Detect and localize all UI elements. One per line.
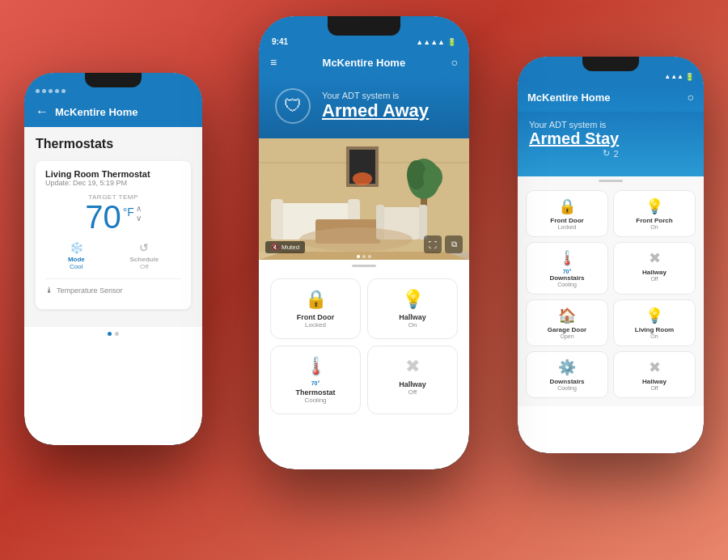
cam-dot-3 (368, 255, 371, 258)
device-tile-hallway-on[interactable]: 💡 Hallway On (367, 278, 458, 339)
right-status-front-porch: On (620, 224, 688, 230)
svg-point-10 (423, 165, 442, 189)
schedule-icon: ↺ (130, 241, 159, 254)
phone-right: ▲▲▲🔋 McKentire Home ○ Your ADT system is… (518, 57, 704, 453)
right-bulb-on-icon: 💡 (620, 197, 688, 215)
dot-1 (108, 332, 112, 336)
phone-left: ← McKentire Home Thermostats Living Room… (24, 73, 202, 445)
history-icon[interactable]: ○ (451, 56, 458, 69)
camera-controls[interactable]: ⛶ ⧉ (424, 235, 463, 253)
right-tile-garage[interactable]: 🏠 Garage Door Open (526, 299, 608, 346)
right-name-garage: Garage Door (533, 326, 601, 333)
section-title: Thermostats (36, 137, 191, 151)
right-header: McKentire Home ○ (518, 84, 704, 112)
tile-status-hallway-off: Off (376, 388, 449, 396)
left-content: Thermostats Living Room Thermostat Updat… (24, 127, 202, 327)
mode-label: Mode (68, 256, 85, 263)
right-status-hallway-off2: Off (620, 385, 688, 391)
tile-name-hallway-off: Hallway (376, 380, 449, 388)
muted-badge: 🔇 Muted (265, 241, 305, 253)
right-tile-downstairs-cool[interactable]: 🌡️ 70° Downstairs Cooling (526, 242, 608, 295)
right-tile-hallway-off2[interactable]: ✖ Hallway Off (613, 351, 696, 398)
right-name-downstairs2: Downstairs (533, 378, 601, 385)
bulb-on-icon: 💡 (376, 289, 449, 310)
right-status-front-door: Locked (533, 224, 601, 230)
right-status-living-room: On (620, 333, 688, 339)
right-name-hallway-off: Hallway (620, 269, 688, 276)
phone-center: 9:41 ▲▲▲▲ 🔋 ≡ McKentire Home ○ 🛡 Your AD… (259, 16, 469, 469)
right-status-hallway-off: Off (620, 276, 688, 282)
right-tile-front-porch[interactable]: 💡 Front Porch On (613, 190, 696, 237)
right-history-icon[interactable]: ○ (688, 91, 694, 104)
left-header-title: McKentire Home (55, 106, 138, 118)
schedule-label: Schedule (130, 256, 159, 263)
center-devices-grid: 🔒 Front Door Locked 💡 Hallway On 🌡️ 70° … (259, 272, 469, 424)
camera-view[interactable]: 🔇 Muted ⛶ ⧉ (259, 138, 469, 260)
right-name-living-room: Living Room (620, 326, 688, 333)
tile-name-front-door: Front Door (279, 313, 352, 321)
right-tile-hallway-off[interactable]: ✖ Hallway Off (613, 242, 696, 295)
notch-left (85, 73, 142, 87)
device-tile-thermostat[interactable]: 🌡️ 70° Thermostat Cooling (270, 346, 361, 414)
right-thermostat-icon: 🌡️ (533, 249, 601, 267)
mode-icon: ❄️ (68, 241, 85, 254)
svg-rect-4 (271, 199, 283, 240)
thermostat-card[interactable]: Living Room Thermostat Update: Dec 19, 5… (36, 161, 191, 309)
shield-check-icon: 🛡 (275, 88, 311, 124)
temp-unit: °F (123, 206, 134, 218)
right-name-front-door: Front Door (533, 217, 601, 224)
temp-arrows[interactable]: ∧ ∨ (136, 204, 142, 223)
drag-handle (259, 260, 469, 272)
sync-count: 2 (613, 149, 618, 159)
device-tile-front-door[interactable]: 🔒 Front Door Locked (270, 278, 361, 339)
right-tile-downstairs2[interactable]: ⚙️ Downstairs Cooling (526, 351, 608, 398)
dot-2 (115, 332, 119, 336)
cam-dot-2 (362, 255, 366, 258)
armed-away-banner: 🛡 Your ADT system is Armed Away (259, 77, 469, 138)
right-bulb-off2-icon: ✖ (620, 358, 688, 376)
armed-small-text: Your ADT system is (322, 91, 429, 100)
menu-icon[interactable]: ≡ (270, 56, 277, 69)
notch-right (582, 57, 639, 71)
svg-point-17 (299, 227, 413, 252)
armed-stay-banner: Your ADT system is Armed Stay ↻ 2 (518, 112, 704, 176)
right-tile-living-room[interactable]: 💡 Living Room On (613, 299, 696, 346)
tile-status-front-door: Locked (279, 321, 352, 329)
mode-action[interactable]: ❄️ Mode Cool (68, 241, 85, 270)
right-armed-small: Your ADT system is (529, 120, 692, 129)
right-tile-front-door[interactable]: 🔒 Front Door Locked (526, 190, 608, 237)
schedule-value: Off (130, 263, 159, 270)
sync-row: ↻ 2 (529, 148, 692, 159)
status-time: 9:41 (272, 37, 288, 46)
device-name: Living Room Thermostat (45, 169, 181, 179)
lock-icon: 🔒 (279, 289, 352, 310)
thermostat-icon: 🌡️ (305, 356, 327, 377)
right-name-front-porch: Front Porch (620, 217, 688, 224)
right-lock-icon: 🔒 (533, 197, 601, 215)
back-arrow-icon[interactable]: ← (36, 104, 49, 119)
right-living-icon: 💡 (620, 307, 688, 325)
device-update: Update: Dec 19, 5:19 PM (45, 179, 181, 187)
right-garage-icon: 🏠 (533, 307, 601, 325)
right-bulb-off-icon: ✖ (620, 249, 688, 267)
right-name-downstairs-cool: Downstairs (533, 274, 601, 282)
tile-status-thermostat: Cooling (279, 397, 352, 404)
temp-value: 70 (85, 201, 121, 233)
mode-value: Cool (68, 263, 85, 270)
right-header-title: McKentire Home (527, 91, 611, 104)
device-tile-hallway-off[interactable]: ✖ Hallway Off (367, 346, 458, 414)
fullscreen-icon[interactable]: ⛶ (424, 235, 442, 253)
cam-dot-1 (357, 255, 360, 258)
schedule-action[interactable]: ↺ Schedule Off (130, 241, 159, 270)
right-drag-handle (518, 176, 704, 185)
left-header: ← McKentire Home (24, 98, 202, 127)
armed-large-text: Armed Away (322, 100, 429, 121)
right-devices-grid: 🔒 Front Door Locked 💡 Front Porch On 🌡️ … (518, 185, 704, 406)
tile-status-hallway-on: On (376, 321, 449, 329)
camera-switch-icon[interactable]: ⧉ (445, 235, 463, 253)
tile-name-hallway-on: Hallway (376, 313, 449, 321)
sensor-row: 🌡 Temperature Sensor (45, 278, 181, 301)
right-status-downstairs2: Cooling (533, 385, 601, 391)
dots-indicator (24, 327, 202, 341)
center-header: ≡ McKentire Home ○ (259, 49, 469, 77)
